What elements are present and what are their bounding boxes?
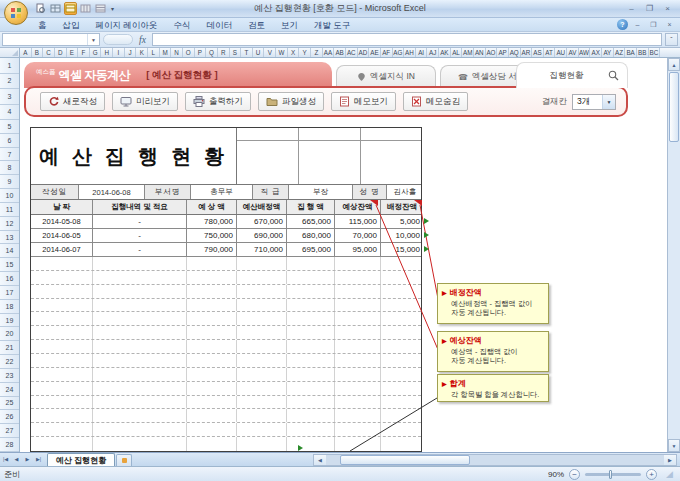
- column-header-V[interactable]: V: [264, 48, 276, 57]
- form-empty-cell[interactable]: [237, 271, 287, 284]
- vertical-scrollbar[interactable]: ▲ ▼: [667, 58, 680, 452]
- form-empty-cell[interactable]: [381, 396, 423, 409]
- form-column-header-3[interactable]: 예산배정액: [237, 200, 287, 214]
- ribbon-tab-5[interactable]: 검토: [240, 18, 273, 32]
- form-empty-cell[interactable]: [31, 409, 93, 422]
- sheet-tab-active[interactable]: 예산 집행현황: [47, 453, 115, 466]
- column-header-AK[interactable]: AK: [439, 48, 451, 57]
- formula-input[interactable]: [152, 33, 662, 46]
- column-header-AU[interactable]: AU: [555, 48, 567, 57]
- form-column-header-4[interactable]: 집 행 액: [287, 200, 335, 214]
- form-empty-cell[interactable]: [335, 368, 381, 381]
- minimize-button[interactable]: –: [623, 3, 640, 15]
- form-empty-cell[interactable]: [335, 423, 381, 436]
- row-header-10[interactable]: 10: [0, 189, 19, 203]
- form-empty-cell[interactable]: [335, 382, 381, 395]
- create-file-button[interactable]: 파일생성: [258, 92, 324, 111]
- form-empty-cell[interactable]: [31, 312, 93, 325]
- form-empty-cell[interactable]: [93, 382, 187, 395]
- form-empty-cell[interactable]: [31, 368, 93, 381]
- form-empty-cell[interactable]: [31, 396, 93, 409]
- column-header-AA[interactable]: AA: [323, 48, 335, 57]
- column-header-Y[interactable]: Y: [299, 48, 311, 57]
- form-empty-cell[interactable]: [187, 368, 237, 381]
- form-empty-cell[interactable]: [381, 437, 423, 451]
- form-cell-r0-c0[interactable]: 2014-05-08: [31, 215, 93, 228]
- row-header-21[interactable]: 21: [0, 341, 19, 355]
- selected-view-icon[interactable]: [64, 2, 77, 15]
- form-empty-cell[interactable]: [287, 368, 335, 381]
- resize-grip-icon[interactable]: ◢: [666, 469, 676, 479]
- row-header-3[interactable]: 3: [0, 89, 19, 105]
- form-empty-cell[interactable]: [287, 437, 335, 451]
- form-empty-cell[interactable]: [237, 368, 287, 381]
- form-column-header-5[interactable]: 예상잔액: [335, 200, 381, 214]
- form-empty-cell[interactable]: [31, 271, 93, 284]
- workbook-restore-button[interactable]: ❐: [647, 20, 660, 30]
- row-header-12[interactable]: 12: [0, 217, 19, 231]
- row-header-1[interactable]: 1: [0, 58, 19, 74]
- office-button[interactable]: [4, 1, 28, 25]
- scroll-down-icon[interactable]: ▼: [668, 439, 680, 452]
- row-header-28[interactable]: 28: [0, 438, 19, 452]
- column-header-H[interactable]: H: [101, 48, 113, 57]
- fx-icon[interactable]: fx: [136, 35, 149, 45]
- row-header-8[interactable]: 8: [0, 161, 19, 175]
- form-empty-cell[interactable]: [93, 285, 187, 298]
- zoom-slider[interactable]: [585, 473, 641, 476]
- form-empty-cell[interactable]: [237, 340, 287, 353]
- row-header-5[interactable]: 5: [0, 120, 19, 134]
- approval-stamp-grid[interactable]: [237, 128, 421, 184]
- form-cell-r1-c3[interactable]: 690,000: [237, 229, 287, 242]
- form-empty-cell[interactable]: [335, 340, 381, 353]
- close-button[interactable]: ×: [659, 3, 676, 15]
- column-header-J[interactable]: J: [125, 48, 137, 57]
- form-empty-cell[interactable]: [93, 299, 187, 312]
- form-empty-cell[interactable]: [287, 257, 335, 270]
- next-sheet-icon[interactable]: ▶: [22, 453, 33, 466]
- form-title[interactable]: 예 산 집 행 현 황: [31, 128, 237, 184]
- row-header-20[interactable]: 20: [0, 327, 19, 341]
- column-header-AL[interactable]: AL: [451, 48, 463, 57]
- form-cell-r0-c4[interactable]: 665,000: [287, 215, 335, 228]
- form-cell-r1-c0[interactable]: 2014-06-05: [31, 229, 93, 242]
- form-empty-cell[interactable]: [335, 409, 381, 422]
- form-cell-r1-c4[interactable]: 680,000: [287, 229, 335, 242]
- form-empty-cell[interactable]: [187, 437, 237, 451]
- scroll-left-icon[interactable]: ◀: [314, 455, 326, 465]
- ribbon-tab-1[interactable]: 삽입: [55, 18, 88, 32]
- column-header-AW[interactable]: AW: [579, 48, 591, 57]
- print-preview-icon[interactable]: [34, 2, 47, 15]
- form-empty-cell[interactable]: [381, 257, 423, 270]
- vertical-scroll-thumb[interactable]: [669, 72, 679, 142]
- form-empty-cell[interactable]: [93, 423, 187, 436]
- zoom-slider-handle[interactable]: [609, 470, 612, 479]
- form-empty-cell[interactable]: [31, 285, 93, 298]
- form-empty-cell[interactable]: [237, 396, 287, 409]
- form-empty-cell[interactable]: [237, 437, 287, 451]
- column-header-AC[interactable]: AC: [346, 48, 358, 57]
- form-empty-cell[interactable]: [287, 312, 335, 325]
- workbook-minimize-button[interactable]: –: [631, 20, 644, 30]
- form-empty-cell[interactable]: [335, 354, 381, 367]
- form-empty-cell[interactable]: [187, 326, 237, 339]
- row-header-18[interactable]: 18: [0, 300, 19, 314]
- row-header-27[interactable]: 27: [0, 424, 19, 438]
- form-empty-cell[interactable]: [187, 285, 237, 298]
- first-sheet-icon[interactable]: |◀: [0, 453, 11, 466]
- form-cell-r1-c2[interactable]: 750,000: [187, 229, 237, 242]
- form-empty-cell[interactable]: [187, 257, 237, 270]
- form-empty-cell[interactable]: [93, 312, 187, 325]
- form-empty-cell[interactable]: [287, 354, 335, 367]
- insert-sheet-button[interactable]: [116, 454, 132, 466]
- column-header-N[interactable]: N: [171, 48, 183, 57]
- form-empty-cell[interactable]: [381, 368, 423, 381]
- form-cell-r0-c5[interactable]: 115,000: [335, 215, 381, 228]
- column-header-AO[interactable]: AO: [486, 48, 498, 57]
- scroll-up-icon[interactable]: ▲: [668, 58, 680, 71]
- select-all-corner[interactable]: [0, 48, 20, 57]
- column-header-AQ[interactable]: AQ: [509, 48, 521, 57]
- column-header-AD[interactable]: AD: [358, 48, 370, 57]
- form-empty-cell[interactable]: [335, 396, 381, 409]
- prev-sheet-icon[interactable]: ◀: [11, 453, 22, 466]
